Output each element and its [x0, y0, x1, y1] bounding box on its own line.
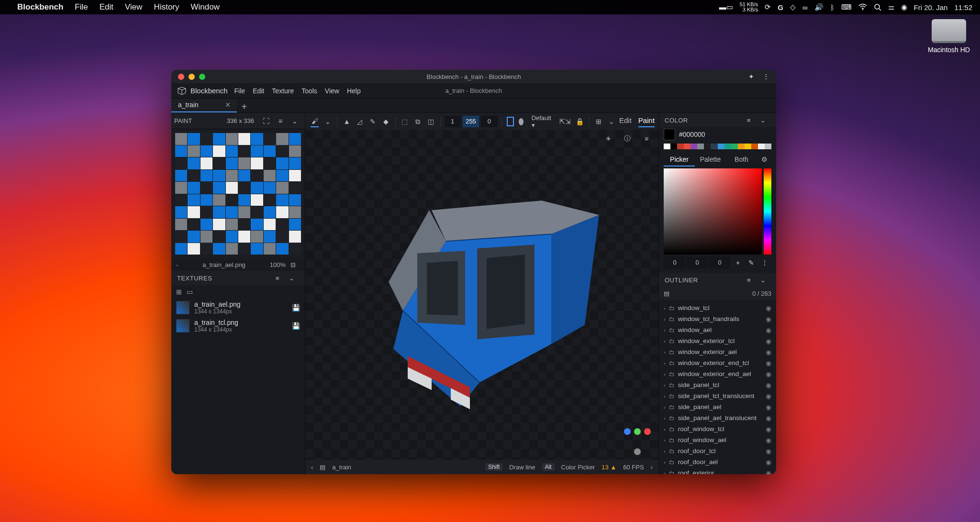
visibility-icon[interactable]: ◉ — [766, 326, 771, 334]
outliner-item[interactable]: ›🗀side_panel_tcl_translucent◉ — [659, 390, 776, 401]
visibility-icon[interactable]: ◉ — [766, 315, 771, 323]
prev-button[interactable]: ‹ — [311, 464, 313, 471]
visibility-icon[interactable]: ◉ — [766, 458, 771, 466]
expand-icon[interactable]: › — [664, 415, 666, 421]
palette-swatch[interactable] — [765, 144, 771, 149]
grid-icon[interactable]: ⊞ — [595, 116, 603, 127]
outliner-item[interactable]: ›🗀window_tcl_handrails◉ — [659, 313, 776, 324]
expand-icon[interactable]: › — [664, 327, 666, 333]
visibility-icon[interactable]: ◉ — [766, 337, 771, 345]
window-titlebar[interactable]: Blockbench - a_train - Blockbench ✦ ⋮ — [171, 70, 776, 83]
save-icon[interactable]: 💾 — [292, 304, 300, 311]
menubar-history[interactable]: History — [154, 2, 179, 12]
shape-icon[interactable]: ◆ — [382, 116, 390, 127]
expand-icon[interactable]: › — [664, 404, 666, 410]
palette-swatch[interactable] — [684, 144, 690, 149]
brush-softness-input[interactable]: 0 — [481, 116, 497, 127]
mode-edit[interactable]: Edit — [619, 116, 632, 127]
tab-close-button[interactable]: × — [225, 100, 231, 110]
outliner-item[interactable]: ›🗀window_exterior_tcl◉ — [659, 335, 776, 346]
eyedropper-icon[interactable]: ✎ — [745, 256, 758, 269]
visibility-icon[interactable]: ◉ — [766, 425, 771, 433]
outliner-item[interactable]: ›🗀side_panel_ael_translucent◉ — [659, 412, 776, 423]
uv-editor[interactable] — [171, 129, 305, 258]
clock-icon[interactable]: ◉ — [901, 3, 907, 11]
expand-icon[interactable]: › — [664, 349, 666, 355]
palette-swatch[interactable] — [738, 144, 745, 149]
chevron-down-icon[interactable]: ⌄ — [289, 115, 301, 127]
next-button[interactable]: › — [651, 464, 653, 471]
color-palette[interactable] — [664, 144, 771, 149]
outliner-item[interactable]: ›🗀window_exterior_end_tcl◉ — [659, 357, 776, 368]
desktop-hd-icon[interactable]: Macintosh HD — [927, 19, 970, 54]
palette-swatch[interactable] — [745, 144, 751, 149]
gradient-icon[interactable]: ⬚ — [401, 116, 409, 127]
chevron-down-icon[interactable]: ⌄ — [608, 116, 616, 127]
add-texture-button[interactable]: ⊞ — [176, 288, 182, 296]
chevron-down-icon[interactable]: ⌄ — [757, 274, 769, 286]
orientation-gizmo[interactable] — [624, 428, 651, 455]
outliner-item[interactable]: ›🗀side_panel_ael◉ — [659, 401, 776, 412]
palette-swatch[interactable] — [670, 144, 677, 149]
add-color-button[interactable]: + — [731, 256, 745, 269]
more-vertical-icon[interactable]: ⋮ — [763, 73, 769, 80]
volume-icon[interactable]: 🔊 — [814, 3, 824, 11]
3d-viewport[interactable]: 🖌 ⌄ ▲ ◿ ✎ ◆ ⬚ ⧉ ◫ 1 255 0 Default ▾ ⇱⇲ — [305, 113, 658, 474]
expand-icon[interactable]: › — [664, 338, 666, 344]
visibility-icon[interactable]: ◉ — [766, 392, 771, 400]
save-icon[interactable]: 💾 — [292, 322, 300, 330]
rgb-g-input[interactable]: 0 — [686, 256, 709, 269]
filter-icon[interactable]: ▤ — [664, 290, 669, 297]
texture-item[interactable]: a_train_tcl.png 1344 x 1344px 💾 — [171, 317, 305, 335]
menubar-time[interactable]: 11:52 — [954, 3, 972, 11]
chevron-down-icon[interactable]: ⌄ — [286, 272, 298, 284]
expand-icon[interactable]: › — [664, 459, 666, 465]
color-tab-palette[interactable]: Palette — [695, 152, 726, 167]
options-icon[interactable]: ≡ — [743, 274, 755, 286]
color-tab-both[interactable]: Both — [726, 152, 757, 167]
app-menu-edit[interactable]: Edit — [253, 87, 264, 95]
sv-picker[interactable] — [664, 168, 762, 255]
expand-icon[interactable]: › — [664, 360, 666, 366]
expand-icon[interactable]: › — [664, 448, 666, 454]
outliner-item[interactable]: ›🗀window_exterior_ael◉ — [659, 346, 776, 357]
visibility-icon[interactable]: ◉ — [766, 414, 771, 422]
brush-icon[interactable]: 🖌 — [311, 116, 319, 127]
menu-icon[interactable]: ≡ — [641, 133, 652, 144]
outliner-item[interactable]: ›🗀roof_exterior◉ — [659, 467, 776, 474]
square-brush-button[interactable] — [507, 117, 514, 126]
palette-swatch[interactable] — [751, 144, 758, 149]
extension-icon[interactable]: ✦ — [748, 73, 754, 80]
copy-icon[interactable]: ⧉ — [414, 116, 422, 127]
sun-icon[interactable]: ☀ — [602, 133, 614, 144]
lock-icon[interactable]: 🔒 — [576, 116, 584, 127]
menubar-view[interactable]: View — [125, 2, 143, 12]
tab-a-train[interactable]: a_train × — [171, 98, 237, 112]
google-icon[interactable]: G — [778, 3, 783, 11]
wifi-icon[interactable] — [858, 4, 867, 11]
visibility-icon[interactable]: ◉ — [766, 370, 771, 378]
palette-swatch[interactable] — [731, 144, 738, 149]
palette-swatch[interactable] — [690, 144, 697, 149]
new-folder-button[interactable]: ▭ — [187, 288, 193, 296]
chevron-down-icon[interactable]: ⌄ — [757, 114, 769, 126]
app-menu-file[interactable]: File — [234, 87, 245, 95]
app-menu-help[interactable]: Help — [347, 87, 361, 95]
expand-icon[interactable]: › — [664, 371, 666, 377]
sync-icon[interactable]: ⟳ — [765, 3, 771, 11]
maximize-window-button[interactable] — [199, 74, 205, 80]
search-icon[interactable] — [874, 3, 881, 11]
visibility-icon[interactable]: ◉ — [766, 447, 771, 455]
palette-swatch[interactable] — [697, 144, 704, 149]
palette-swatch[interactable] — [711, 144, 717, 149]
brush-size-input[interactable]: 1 — [445, 116, 461, 127]
expand-icon[interactable]: › — [664, 393, 666, 399]
mirror-icon[interactable]: ⇱⇲ — [559, 116, 571, 127]
fill-icon[interactable]: ▲ — [343, 116, 351, 127]
hue-slider[interactable] — [764, 168, 771, 255]
mode-paint[interactable]: Paint — [638, 116, 655, 127]
eyedropper-icon[interactable]: ✎ — [368, 116, 377, 127]
keyboard-icon[interactable]: ⌨ — [841, 3, 852, 11]
expand-icon[interactable]: › — [664, 426, 666, 432]
outliner-tree[interactable]: ›🗀window_tcl◉›🗀window_tcl_handrails◉›🗀wi… — [659, 302, 776, 474]
